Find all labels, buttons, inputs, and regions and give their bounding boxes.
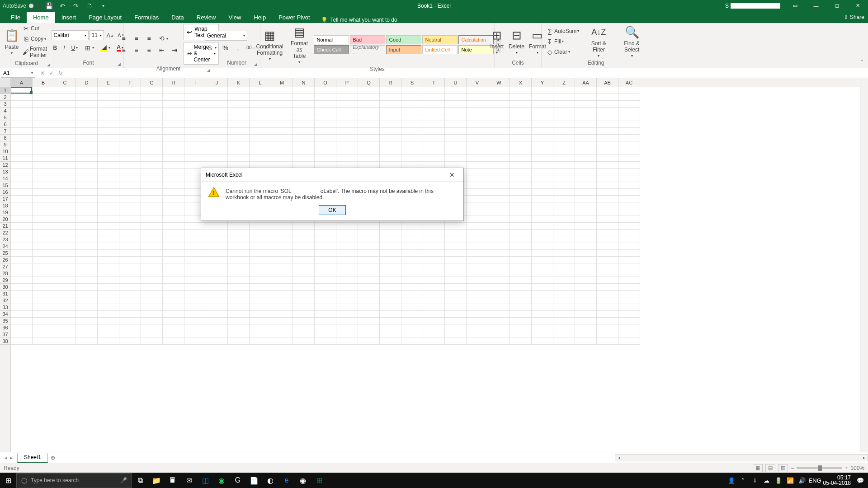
cell[interactable] [336, 250, 358, 257]
cell[interactable] [467, 128, 488, 135]
cell[interactable] [76, 189, 98, 196]
cell[interactable] [119, 169, 141, 175]
cell[interactable] [54, 304, 76, 311]
cell[interactable] [423, 155, 445, 162]
cell[interactable] [54, 162, 76, 169]
cell[interactable] [358, 94, 380, 101]
cell[interactable] [597, 230, 618, 236]
cell[interactable] [575, 121, 597, 128]
cell[interactable] [163, 338, 184, 345]
taskbar-chrome-icon[interactable]: ◉ [295, 473, 311, 488]
cell[interactable] [54, 101, 76, 108]
cell[interactable] [76, 135, 98, 141]
cell[interactable] [250, 148, 271, 155]
cell[interactable] [228, 291, 250, 297]
collapse-ribbon-button[interactable]: ˄ [858, 59, 866, 66]
cell[interactable] [250, 101, 271, 108]
column-header[interactable]: S [401, 78, 423, 87]
cell[interactable] [380, 94, 401, 101]
cell[interactable] [228, 148, 250, 155]
cell[interactable] [54, 148, 76, 155]
cell[interactable] [206, 108, 228, 114]
cell[interactable] [98, 108, 119, 114]
cell[interactable] [293, 324, 315, 331]
cell[interactable] [76, 216, 98, 223]
cell[interactable] [141, 270, 163, 277]
cell[interactable] [358, 263, 380, 270]
align-right-button[interactable]: ≡ [144, 46, 155, 55]
cell[interactable] [575, 311, 597, 318]
cell[interactable] [597, 257, 618, 263]
cell[interactable] [163, 250, 184, 257]
cell[interactable] [119, 189, 141, 196]
cell[interactable] [250, 324, 271, 331]
row-header[interactable]: 1 [0, 87, 10, 94]
cell[interactable] [553, 324, 575, 331]
cell[interactable] [532, 94, 553, 101]
cell[interactable] [184, 318, 206, 324]
cell[interactable] [597, 87, 618, 94]
cell[interactable] [510, 331, 532, 338]
cell[interactable] [597, 108, 618, 114]
cell[interactable] [445, 121, 467, 128]
cell[interactable] [336, 331, 358, 338]
cell[interactable] [250, 270, 271, 277]
cell[interactable] [11, 304, 33, 311]
borders-button[interactable]: ⊞▾ [82, 43, 96, 52]
cell[interactable] [293, 121, 315, 128]
cell[interactable] [445, 141, 467, 148]
cell[interactable] [76, 169, 98, 175]
cell[interactable] [336, 324, 358, 331]
cell[interactable] [271, 257, 293, 263]
cell[interactable] [271, 141, 293, 148]
cell[interactable] [11, 128, 33, 135]
cell[interactable] [119, 121, 141, 128]
cell[interactable] [532, 324, 553, 331]
cell[interactable] [488, 141, 510, 148]
row-header[interactable]: 29 [0, 277, 10, 284]
cell[interactable] [76, 318, 98, 324]
cell[interactable] [488, 250, 510, 257]
cell[interactable] [597, 182, 618, 189]
zoom-level[interactable]: 100% [850, 465, 864, 471]
cell[interactable] [618, 189, 640, 196]
cell[interactable] [98, 182, 119, 189]
cell[interactable] [336, 277, 358, 284]
cell[interactable] [380, 318, 401, 324]
cell[interactable] [119, 87, 141, 94]
cell[interactable] [206, 141, 228, 148]
cell[interactable] [98, 331, 119, 338]
cell[interactable] [575, 189, 597, 196]
cell[interactable] [488, 169, 510, 175]
cell[interactable] [488, 223, 510, 230]
cell[interactable] [141, 155, 163, 162]
cell[interactable] [510, 324, 532, 331]
cell[interactable] [11, 108, 33, 114]
cell[interactable] [532, 155, 553, 162]
cell[interactable] [423, 311, 445, 318]
cell[interactable] [98, 114, 119, 121]
cell[interactable] [163, 182, 184, 189]
cell[interactable] [315, 291, 336, 297]
cell[interactable] [228, 284, 250, 291]
cell[interactable] [119, 162, 141, 169]
cell[interactable] [380, 250, 401, 257]
cell[interactable] [336, 304, 358, 311]
cell[interactable] [575, 318, 597, 324]
cell[interactable] [467, 223, 488, 230]
cell[interactable] [271, 101, 293, 108]
cell[interactable] [380, 263, 401, 270]
cell[interactable] [98, 128, 119, 135]
cell[interactable] [163, 297, 184, 304]
cell[interactable] [553, 128, 575, 135]
cell[interactable] [575, 263, 597, 270]
cell[interactable] [141, 277, 163, 284]
zoom-slider[interactable] [797, 467, 842, 469]
cell[interactable] [401, 101, 423, 108]
cell[interactable] [401, 284, 423, 291]
cell[interactable] [467, 311, 488, 318]
cell[interactable] [358, 318, 380, 324]
cell[interactable] [467, 114, 488, 121]
cell[interactable] [33, 257, 54, 263]
cell[interactable] [315, 257, 336, 263]
